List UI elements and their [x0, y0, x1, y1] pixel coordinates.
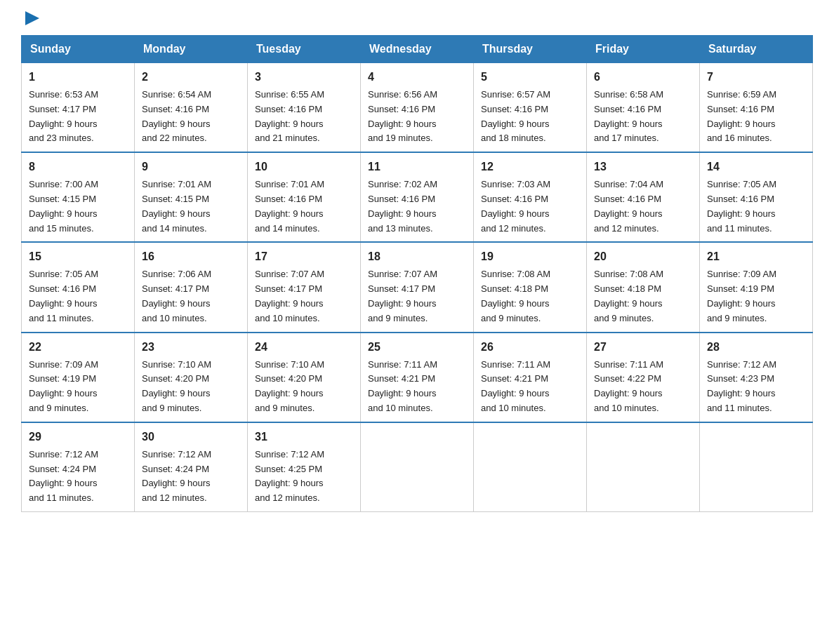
calendar-header-row: SundayMondayTuesdayWednesdayThursdayFrid… [22, 36, 813, 63]
day-number: 29 [29, 429, 127, 445]
day-number: 22 [29, 339, 127, 356]
calendar-cell: 1 Sunrise: 6:53 AM Sunset: 4:17 PM Dayli… [22, 63, 135, 153]
calendar-cell: 8 Sunrise: 7:00 AM Sunset: 4:15 PM Dayli… [22, 152, 135, 242]
calendar-cell: 24 Sunrise: 7:10 AM Sunset: 4:20 PM Dayl… [248, 333, 361, 422]
calendar-cell: 6 Sunrise: 6:58 AM Sunset: 4:16 PM Dayli… [587, 63, 700, 153]
day-info: Sunrise: 7:03 AM Sunset: 4:16 PM Dayligh… [481, 179, 550, 233]
calendar-cell [361, 422, 474, 512]
day-number: 4 [368, 69, 466, 86]
day-number: 25 [368, 339, 466, 356]
day-number: 6 [594, 69, 692, 86]
calendar-week-row: 22 Sunrise: 7:09 AM Sunset: 4:19 PM Dayl… [22, 333, 813, 422]
day-number: 8 [29, 159, 127, 175]
calendar-header-tuesday: Tuesday [248, 36, 361, 63]
calendar-cell [700, 422, 813, 512]
calendar-header-friday: Friday [587, 36, 700, 63]
calendar-cell: 23 Sunrise: 7:10 AM Sunset: 4:20 PM Dayl… [135, 333, 248, 422]
day-number: 14 [707, 159, 805, 175]
day-info: Sunrise: 6:56 AM Sunset: 4:16 PM Dayligh… [368, 89, 437, 143]
day-number: 20 [594, 248, 692, 265]
day-info: Sunrise: 6:53 AM Sunset: 4:17 PM Dayligh… [29, 89, 98, 143]
day-info: Sunrise: 7:11 AM Sunset: 4:22 PM Dayligh… [594, 359, 663, 413]
calendar-cell: 25 Sunrise: 7:11 AM Sunset: 4:21 PM Dayl… [361, 333, 474, 422]
day-info: Sunrise: 7:10 AM Sunset: 4:20 PM Dayligh… [255, 359, 324, 413]
calendar-cell: 2 Sunrise: 6:54 AM Sunset: 4:16 PM Dayli… [135, 63, 248, 153]
calendar-cell: 16 Sunrise: 7:06 AM Sunset: 4:17 PM Dayl… [135, 242, 248, 332]
day-info: Sunrise: 7:01 AM Sunset: 4:15 PM Dayligh… [142, 179, 211, 233]
day-info: Sunrise: 7:01 AM Sunset: 4:16 PM Dayligh… [255, 179, 324, 233]
day-number: 1 [29, 69, 127, 86]
day-info: Sunrise: 7:10 AM Sunset: 4:20 PM Dayligh… [142, 359, 211, 413]
calendar-cell: 19 Sunrise: 7:08 AM Sunset: 4:18 PM Dayl… [474, 242, 587, 332]
day-number: 3 [255, 69, 353, 86]
calendar-cell: 29 Sunrise: 7:12 AM Sunset: 4:24 PM Dayl… [22, 422, 135, 512]
day-number: 27 [594, 339, 692, 356]
day-number: 24 [255, 339, 353, 356]
day-info: Sunrise: 7:11 AM Sunset: 4:21 PM Dayligh… [368, 359, 437, 413]
calendar-cell: 17 Sunrise: 7:07 AM Sunset: 4:17 PM Dayl… [248, 242, 361, 332]
calendar-cell: 26 Sunrise: 7:11 AM Sunset: 4:21 PM Dayl… [474, 333, 587, 422]
calendar-cell: 14 Sunrise: 7:05 AM Sunset: 4:16 PM Dayl… [700, 152, 813, 242]
day-info: Sunrise: 7:02 AM Sunset: 4:16 PM Dayligh… [368, 179, 437, 233]
day-number: 17 [255, 248, 353, 265]
calendar-cell [474, 422, 587, 512]
day-info: Sunrise: 7:11 AM Sunset: 4:21 PM Dayligh… [481, 359, 550, 413]
day-info: Sunrise: 6:59 AM Sunset: 4:16 PM Dayligh… [707, 89, 776, 143]
calendar-cell: 9 Sunrise: 7:01 AM Sunset: 4:15 PM Dayli… [135, 152, 248, 242]
day-number: 16 [142, 248, 240, 265]
day-number: 2 [142, 69, 240, 86]
calendar-cell: 5 Sunrise: 6:57 AM Sunset: 4:16 PM Dayli… [474, 63, 587, 153]
day-number: 21 [707, 248, 805, 265]
calendar-header-thursday: Thursday [474, 36, 587, 63]
calendar-header-wednesday: Wednesday [361, 36, 474, 63]
day-info: Sunrise: 7:09 AM Sunset: 4:19 PM Dayligh… [29, 359, 98, 413]
day-number: 31 [255, 429, 353, 445]
day-number: 18 [368, 248, 466, 265]
svg-marker-0 [25, 11, 39, 25]
calendar-cell: 18 Sunrise: 7:07 AM Sunset: 4:17 PM Dayl… [361, 242, 474, 332]
day-info: Sunrise: 7:05 AM Sunset: 4:16 PM Dayligh… [707, 179, 776, 233]
day-info: Sunrise: 6:55 AM Sunset: 4:16 PM Dayligh… [255, 89, 324, 143]
day-number: 26 [481, 339, 579, 356]
day-info: Sunrise: 7:05 AM Sunset: 4:16 PM Dayligh… [29, 269, 98, 323]
day-info: Sunrise: 7:12 AM Sunset: 4:25 PM Dayligh… [255, 449, 324, 503]
calendar-cell: 7 Sunrise: 6:59 AM Sunset: 4:16 PM Dayli… [700, 63, 813, 153]
logo-triangle-icon [22, 8, 42, 28]
calendar-cell: 13 Sunrise: 7:04 AM Sunset: 4:16 PM Dayl… [587, 152, 700, 242]
calendar-cell: 11 Sunrise: 7:02 AM Sunset: 4:16 PM Dayl… [361, 152, 474, 242]
day-info: Sunrise: 6:58 AM Sunset: 4:16 PM Dayligh… [594, 89, 663, 143]
day-info: Sunrise: 6:57 AM Sunset: 4:16 PM Dayligh… [481, 89, 550, 143]
day-number: 19 [481, 248, 579, 265]
day-info: Sunrise: 6:54 AM Sunset: 4:16 PM Dayligh… [142, 89, 211, 143]
calendar-cell: 4 Sunrise: 6:56 AM Sunset: 4:16 PM Dayli… [361, 63, 474, 153]
calendar-table: SundayMondayTuesdayWednesdayThursdayFrid… [21, 35, 813, 512]
day-info: Sunrise: 7:07 AM Sunset: 4:17 PM Dayligh… [368, 269, 437, 323]
calendar-cell: 3 Sunrise: 6:55 AM Sunset: 4:16 PM Dayli… [248, 63, 361, 153]
calendar-cell: 10 Sunrise: 7:01 AM Sunset: 4:16 PM Dayl… [248, 152, 361, 242]
calendar-week-row: 15 Sunrise: 7:05 AM Sunset: 4:16 PM Dayl… [22, 242, 813, 332]
calendar-cell: 30 Sunrise: 7:12 AM Sunset: 4:24 PM Dayl… [135, 422, 248, 512]
day-info: Sunrise: 7:06 AM Sunset: 4:17 PM Dayligh… [142, 269, 211, 323]
day-info: Sunrise: 7:09 AM Sunset: 4:19 PM Dayligh… [707, 269, 776, 323]
day-number: 28 [707, 339, 805, 356]
page-header [21, 14, 813, 28]
day-number: 9 [142, 159, 240, 175]
day-number: 12 [481, 159, 579, 175]
calendar-cell: 27 Sunrise: 7:11 AM Sunset: 4:22 PM Dayl… [587, 333, 700, 422]
calendar-week-row: 1 Sunrise: 6:53 AM Sunset: 4:17 PM Dayli… [22, 63, 813, 153]
day-number: 23 [142, 339, 240, 356]
calendar-week-row: 8 Sunrise: 7:00 AM Sunset: 4:15 PM Dayli… [22, 152, 813, 242]
day-info: Sunrise: 7:08 AM Sunset: 4:18 PM Dayligh… [481, 269, 550, 323]
calendar-week-row: 29 Sunrise: 7:12 AM Sunset: 4:24 PM Dayl… [22, 422, 813, 512]
calendar-cell: 15 Sunrise: 7:05 AM Sunset: 4:16 PM Dayl… [22, 242, 135, 332]
calendar-cell: 20 Sunrise: 7:08 AM Sunset: 4:18 PM Dayl… [587, 242, 700, 332]
day-info: Sunrise: 7:12 AM Sunset: 4:24 PM Dayligh… [29, 449, 98, 503]
calendar-cell [587, 422, 700, 512]
day-number: 15 [29, 248, 127, 265]
calendar-cell: 21 Sunrise: 7:09 AM Sunset: 4:19 PM Dayl… [700, 242, 813, 332]
day-number: 7 [707, 69, 805, 86]
day-info: Sunrise: 7:07 AM Sunset: 4:17 PM Dayligh… [255, 269, 324, 323]
calendar-cell: 12 Sunrise: 7:03 AM Sunset: 4:16 PM Dayl… [474, 152, 587, 242]
day-info: Sunrise: 7:08 AM Sunset: 4:18 PM Dayligh… [594, 269, 663, 323]
day-number: 30 [142, 429, 240, 445]
